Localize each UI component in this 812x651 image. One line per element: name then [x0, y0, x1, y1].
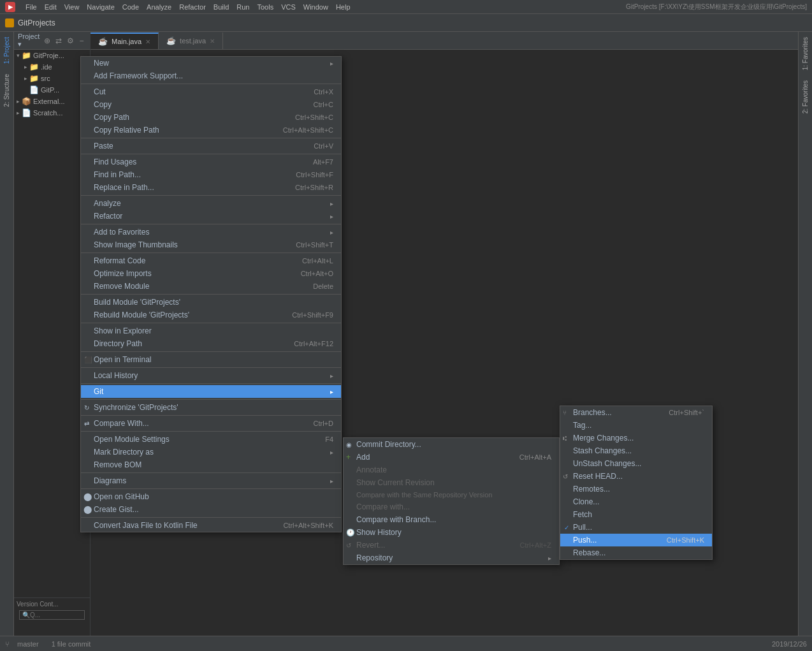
ctx-copy-shortcut: Ctrl+C — [301, 101, 333, 108]
sidebar-item-project[interactable]: 1: Project — [1, 32, 12, 69]
ctx-copy[interactable]: Copy Ctrl+C — [81, 98, 341, 111]
ctx-refactor[interactable]: Refactor ▸ — [81, 210, 341, 223]
ctx-reformat[interactable]: Reformat Code Ctrl+Alt+L — [81, 254, 341, 267]
ctx-find-usages[interactable]: Find Usages Alt+F7 — [81, 156, 341, 168]
ctx-add-to-favorites[interactable]: Add to Favorites ▸ — [81, 226, 341, 238]
ctx-copy-relative-path[interactable]: Copy Relative Path Ctrl+Alt+Shift+C — [81, 124, 341, 136]
ctx-copy-path[interactable]: Copy Path Ctrl+Shift+C — [81, 111, 341, 124]
menu-refactor[interactable]: Refactor — [179, 3, 206, 11]
tree-item-ide[interactable]: ▸ 📁 .ide — [22, 61, 90, 73]
menu-file[interactable]: File — [25, 3, 37, 11]
ctx-compare-icon: ⇄ — [84, 420, 89, 427]
ctx-cut-label: Cut — [94, 87, 106, 96]
ctx-new-arrow: ▸ — [325, 60, 333, 67]
tree-label-module: GitP... — [41, 86, 59, 94]
ctx-open-module-settings[interactable]: Open Module Settings F4 — [81, 433, 341, 446]
ctx-terminal-label: Open in Terminal — [94, 355, 152, 364]
tree-item-module[interactable]: ▸ 📄 GitP... — [22, 84, 90, 96]
ctx-optimize-imports[interactable]: Optimize Imports Ctrl+Alt+O — [81, 267, 341, 280]
ctx-add-framework[interactable]: Add Framework Support... — [81, 69, 341, 82]
ctx-diagrams-label: Diagrams — [94, 476, 126, 485]
menu-window[interactable]: Window — [303, 3, 328, 11]
settings-icon[interactable]: ⚙ — [66, 36, 75, 45]
minimize-icon[interactable]: − — [77, 36, 86, 45]
ctx-remove-module[interactable]: Remove Module Delete — [81, 280, 341, 293]
ctx-open-github[interactable]: ⬤ Open on GitHub — [81, 490, 341, 503]
ctx-compare-with[interactable]: ⇄ Compare With... Ctrl+D — [81, 417, 341, 430]
menu-vcs[interactable]: VCS — [281, 3, 296, 11]
tree-root-label: GitProje... — [33, 52, 64, 59]
search-input[interactable] — [30, 611, 75, 618]
ctx-rebuild-module[interactable]: Rebuild Module 'GitProjects' Ctrl+Shift+… — [81, 309, 341, 321]
tree-item-src[interactable]: ▸ 📁 src — [22, 73, 90, 84]
tab-bar: ☕ Main.java ✕ ☕ test.java ✕ — [91, 32, 798, 50]
ctx-convert-kotlin[interactable]: Convert Java File to Kotlin File Ctrl+Al… — [81, 519, 341, 532]
sep-13 — [81, 415, 341, 416]
tree-root[interactable]: ▾ 📁 GitProje... — [14, 50, 90, 61]
ctx-synchronize[interactable]: ↻ Synchronize 'GitProjects' — [81, 401, 341, 414]
ctx-analyze[interactable]: Analyze ▸ — [81, 197, 341, 210]
chevron-ide: ▸ — [24, 64, 27, 70]
version-control-panel: Version Cont... 🔍 — [14, 597, 91, 636]
ctx-create-gist[interactable]: ⬤ Create Gist... — [81, 503, 341, 516]
ctx-git-label: Git — [94, 387, 103, 396]
ctx-replace-in-path-shortcut: Ctrl+Shift+R — [282, 184, 333, 191]
chevron-external: ▸ — [17, 98, 20, 105]
ctx-new[interactable]: New ▸ — [81, 57, 341, 69]
menu-code[interactable]: Code — [122, 3, 139, 11]
tree-item-external[interactable]: ▸ 📦 External... — [14, 96, 90, 107]
ctx-copy-relative-label: Copy Relative Path — [94, 126, 159, 135]
ctx-remove-bom[interactable]: Remove BOM — [81, 458, 341, 471]
ctx-replace-in-path[interactable]: Replace in Path... Ctrl+Shift+R — [81, 181, 341, 194]
menu-analyze[interactable]: Analyze — [147, 3, 171, 11]
tab-main-java[interactable]: ☕ Main.java ✕ — [91, 33, 159, 49]
gist-icon: ⬤ — [83, 505, 92, 514]
ctx-show-thumbnails[interactable]: Show Image Thumbnails Ctrl+Shift+T — [81, 238, 341, 251]
tab-test-java[interactable]: ☕ test.java ✕ — [159, 33, 223, 49]
sidebar-item-structure[interactable]: 2: Structure — [1, 69, 12, 112]
folder-icon-src: 📁 — [29, 74, 39, 83]
ctx-analyze-label: Analyze — [94, 199, 121, 208]
ctx-open-terminal[interactable]: ⬛ Open in Terminal — [81, 353, 341, 366]
expand-icon[interactable]: ⇄ — [54, 36, 63, 45]
ctx-build-module[interactable]: Build Module 'GitProjects' — [81, 296, 341, 309]
ctx-git[interactable]: Git ▸ — [81, 385, 341, 398]
folder-icon-ide: 📁 — [29, 62, 39, 71]
ctx-mark-directory[interactable]: Mark Directory as ▸ — [81, 446, 341, 458]
ctx-show-explorer[interactable]: Show in Explorer — [81, 325, 341, 337]
menu-edit[interactable]: Edit — [45, 3, 57, 11]
sidebar-item-favorites2[interactable]: 2: Favorites — [800, 75, 811, 119]
java-icon-main: ☕ — [98, 37, 108, 46]
menu-help[interactable]: Help — [336, 3, 351, 11]
menu-build[interactable]: Build — [214, 3, 229, 11]
ctx-directory-path[interactable]: Directory Path Ctrl+Alt+F12 — [81, 337, 341, 350]
menu-tools[interactable]: Tools — [257, 3, 273, 11]
close-main-tab[interactable]: ✕ — [145, 38, 150, 45]
sep-10 — [81, 367, 341, 368]
menu-run[interactable]: Run — [236, 3, 249, 11]
ctx-paste[interactable]: Paste Ctrl+V — [81, 140, 341, 152]
sidebar-item-favorites[interactable]: 1: Favorites — [800, 32, 811, 75]
ctx-cut[interactable]: Cut Ctrl+X — [81, 85, 341, 98]
tree-item-scratch[interactable]: ▸ 📄 Scratch... — [14, 107, 90, 119]
ctx-optimize-shortcut: Ctrl+Alt+O — [288, 270, 333, 277]
ctx-find-in-path[interactable]: Find in Path... Ctrl+Shift+F — [81, 168, 341, 181]
ctx-reformat-label: Reformat Code — [94, 256, 145, 265]
ctx-add-framework-label: Add Framework Support... — [94, 71, 183, 80]
sep-15 — [81, 472, 341, 473]
ctx-favorites-arrow: ▸ — [325, 229, 333, 236]
menu-view[interactable]: View — [64, 3, 80, 11]
vc-title: Version Cont... — [17, 601, 87, 608]
search-box: 🔍 — [19, 610, 85, 620]
ctx-find-in-path-label: Find in Path... — [94, 170, 141, 179]
sep-7 — [81, 294, 341, 295]
sep-1 — [81, 84, 341, 84]
ctx-copy-relative-shortcut: Ctrl+Alt+Shift+C — [270, 126, 333, 134]
sep-6 — [81, 252, 341, 253]
menu-navigate[interactable]: Navigate — [87, 3, 114, 11]
close-test-tab[interactable]: ✕ — [210, 38, 215, 45]
globe-icon[interactable]: ⊕ — [43, 36, 52, 45]
ctx-diagrams[interactable]: Diagrams ▸ — [81, 474, 341, 487]
ctx-local-history[interactable]: Local History ▸ — [81, 369, 341, 382]
ctx-thumbnails-shortcut: Ctrl+Shift+T — [283, 241, 333, 249]
